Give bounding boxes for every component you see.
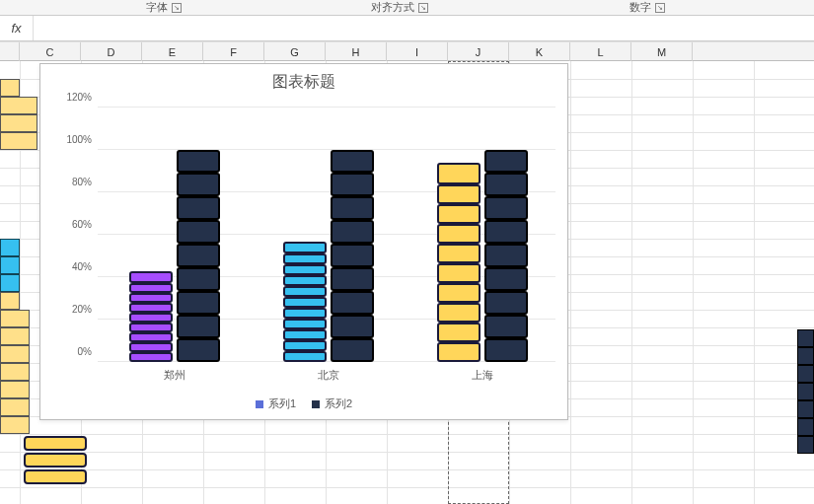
data-cell[interactable] xyxy=(0,132,37,150)
y-tick: 120% xyxy=(66,92,92,103)
col-header[interactable]: L xyxy=(570,42,631,62)
bar-series2[interactable] xyxy=(484,150,528,362)
data-cell[interactable] xyxy=(0,345,30,363)
ribbon-group-number-label: 数字 xyxy=(629,0,651,15)
data-cell[interactable] xyxy=(0,327,30,345)
data-cell[interactable] xyxy=(797,329,814,347)
col-header[interactable]: F xyxy=(203,42,264,62)
data-cell[interactable] xyxy=(797,436,814,454)
column-headers: C D E F G H I J K L M xyxy=(0,41,814,61)
data-cell[interactable] xyxy=(0,363,30,381)
formula-input[interactable] xyxy=(34,19,814,38)
legend-label: 系列2 xyxy=(325,396,352,411)
y-tick: 80% xyxy=(72,177,92,187)
y-tick: 0% xyxy=(78,346,92,357)
chart-title[interactable]: 图表标题 xyxy=(40,64,567,97)
ribbon-group-font: 字体 ↘ xyxy=(79,0,187,15)
col-header[interactable]: C xyxy=(20,42,81,62)
legend-item-series2[interactable]: 系列2 xyxy=(312,396,352,411)
x-category: 上海 xyxy=(437,368,528,383)
data-cell[interactable] xyxy=(0,239,20,256)
data-cell[interactable] xyxy=(24,436,87,451)
col-header[interactable]: H xyxy=(326,42,387,62)
bar-series1[interactable] xyxy=(283,242,327,362)
col-header[interactable]: E xyxy=(142,42,203,62)
col-header[interactable]: I xyxy=(387,42,448,62)
data-cell[interactable] xyxy=(0,274,20,292)
fx-icon[interactable]: fx xyxy=(0,16,34,40)
ribbon-group-align: 对齐方式 ↘ xyxy=(187,0,434,15)
data-cell[interactable] xyxy=(0,310,30,327)
data-cell[interactable] xyxy=(0,416,30,434)
x-category: 北京 xyxy=(283,368,374,383)
data-cell[interactable] xyxy=(0,398,30,416)
ribbon-group-number: 数字 ↘ xyxy=(434,0,671,15)
data-cell[interactable] xyxy=(797,347,814,365)
y-tick: 40% xyxy=(72,261,92,272)
data-cell[interactable] xyxy=(0,79,20,97)
y-tick: 20% xyxy=(72,304,92,315)
data-cell[interactable] xyxy=(0,97,37,114)
ribbon-group-font-label: 字体 xyxy=(146,0,168,15)
col-header[interactable]: M xyxy=(631,42,693,62)
data-cell[interactable] xyxy=(0,114,37,132)
data-cell[interactable] xyxy=(797,418,814,436)
data-cell[interactable] xyxy=(797,400,814,418)
legend-label: 系列1 xyxy=(268,396,296,411)
col-header[interactable]: J xyxy=(448,42,509,62)
y-tick: 100% xyxy=(66,134,92,145)
formula-bar: fx xyxy=(0,16,814,41)
legend-swatch-icon xyxy=(256,400,263,408)
col-header-gutter[interactable] xyxy=(0,42,20,62)
legend-swatch-icon xyxy=(312,400,320,408)
expand-icon[interactable]: ↘ xyxy=(418,3,428,13)
chart-bars: 郑州 北京 xyxy=(98,109,555,362)
data-cell[interactable] xyxy=(797,383,814,400)
col-header[interactable]: K xyxy=(509,42,570,62)
bar-series1[interactable] xyxy=(129,271,173,362)
y-tick: 60% xyxy=(72,219,92,230)
ribbon-group-align-label: 对齐方式 xyxy=(371,0,414,15)
col-header[interactable]: G xyxy=(264,42,326,62)
legend-item-series1[interactable]: 系列1 xyxy=(256,396,296,411)
data-cell[interactable] xyxy=(0,256,20,274)
data-cell[interactable] xyxy=(0,381,30,398)
chart-plot-area: 0% 20% 40% 60% 80% 100% 120% xyxy=(98,109,555,362)
ribbon-group-labels: 字体 ↘ 对齐方式 ↘ 数字 ↘ xyxy=(0,0,814,16)
worksheet-grid[interactable]: 图表标题 0% 20% 40% 60% 80% 100% 120% xyxy=(0,61,814,504)
embedded-chart[interactable]: 图表标题 0% 20% 40% 60% 80% 100% 120% xyxy=(39,63,568,420)
data-cell[interactable] xyxy=(797,365,814,383)
data-cell[interactable] xyxy=(24,469,87,484)
bar-series2[interactable] xyxy=(331,150,374,362)
data-cell[interactable] xyxy=(0,292,20,310)
data-cell[interactable] xyxy=(24,453,87,468)
bar-series2[interactable] xyxy=(177,150,220,362)
col-header[interactable]: D xyxy=(81,42,142,62)
expand-icon[interactable]: ↘ xyxy=(172,3,182,13)
bar-series1[interactable] xyxy=(437,163,481,362)
chart-legend[interactable]: 系列1 系列2 xyxy=(40,396,567,411)
x-category: 郑州 xyxy=(129,368,220,383)
expand-icon[interactable]: ↘ xyxy=(655,3,665,13)
